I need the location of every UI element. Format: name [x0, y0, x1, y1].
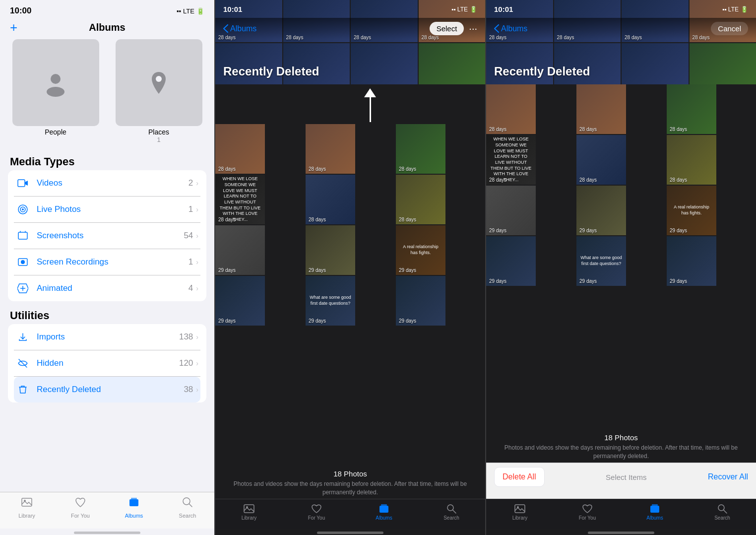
- select-button-2[interactable]: Select: [430, 22, 464, 35]
- screen-recordings-icon: [16, 255, 30, 269]
- phone-albums-icon-3: [649, 503, 660, 514]
- home-indicator-3: [588, 532, 654, 534]
- live-photos-count: 1: [189, 204, 193, 214]
- photo-cell-3-3[interactable]: 28 days: [667, 84, 716, 134]
- hidden-chevron: ›: [196, 359, 198, 367]
- back-chevron-icon-2: [223, 24, 228, 33]
- nav-actions-2: Select ···: [430, 22, 477, 35]
- utilities-list: Imports 138 › Hidden 120 › Recentl: [8, 324, 206, 402]
- photo-cell-3-4[interactable]: WHEN WE LOSE SOMEONE WE LOVE WE MUST LEA…: [486, 135, 536, 185]
- screen-recordings-item[interactable]: Screen Recordings 1 ›: [14, 249, 200, 275]
- status-icons: ▪▪ LTE 🔋: [177, 7, 204, 15]
- photo-footer-2: 18 Photos Photos and videos show the day…: [215, 465, 485, 499]
- places-album[interactable]: Places 1: [111, 39, 206, 143]
- recently-deleted-panel-3: 10:01 ▪▪ LTE 🔋 28 days 28 days 28 days 2…: [485, 0, 756, 535]
- animated-item[interactable]: Animated 4 ›: [14, 275, 200, 301]
- photo-cell-3-2[interactable]: 28 days: [576, 84, 626, 134]
- tab-library[interactable]: Library: [0, 496, 54, 519]
- photo-cell-2-10[interactable]: 29 days: [215, 276, 265, 326]
- svg-point-1: [47, 87, 64, 97]
- phone-battery-3: 🔋: [741, 6, 748, 13]
- photo-cell-2-1[interactable]: 28 days: [215, 124, 265, 174]
- photo-cell-3-12[interactable]: 29 days: [667, 236, 716, 286]
- photo-cell-2-2[interactable]: 28 days: [306, 124, 355, 174]
- photo-cell-2-11[interactable]: What are some good first date questions?…: [306, 276, 355, 326]
- animated-chevron: ›: [196, 284, 198, 292]
- phone-tab-foryou-2[interactable]: For You: [283, 503, 350, 521]
- phone-tab-albums-3[interactable]: Albums: [621, 503, 689, 521]
- back-chevron-icon-3: [494, 24, 499, 33]
- phone-tab-albums-2[interactable]: Albums: [350, 503, 418, 521]
- phone-tab-search-3[interactable]: Search: [689, 503, 756, 521]
- svg-rect-18: [129, 499, 138, 506]
- photo-cell-3-9[interactable]: A real relationship has fights. 29 days: [667, 186, 716, 235]
- home-indicator-2: [317, 532, 383, 534]
- recently-deleted-item[interactable]: Recently Deleted 38 ›: [14, 377, 200, 402]
- phone-tab-library-2[interactable]: Library: [215, 503, 283, 521]
- people-album[interactable]: People: [8, 39, 103, 143]
- photo-cell-3-5[interactable]: 28 days: [576, 135, 626, 185]
- tab-for-you[interactable]: For You: [54, 496, 107, 519]
- phone-tab-albums-label-2: Albums: [376, 515, 392, 521]
- more-button-2[interactable]: ···: [469, 23, 477, 34]
- photo-cell-2-8[interactable]: 29 days: [306, 225, 355, 275]
- arrow-tooltip-container: [215, 84, 485, 124]
- back-button-2[interactable]: Albums: [223, 24, 256, 33]
- tab-search[interactable]: Search: [161, 496, 214, 519]
- albums-scroll[interactable]: People Places 1 Media Types: [0, 39, 214, 492]
- photo-cell-3-11[interactable]: What are some good first date questions?…: [576, 236, 626, 286]
- places-count: 1: [157, 136, 160, 143]
- photo-count-2: 18 Photos: [223, 469, 477, 478]
- photo-cell-3-6[interactable]: 28 days: [667, 135, 716, 185]
- imports-item[interactable]: Imports 138 ›: [14, 324, 200, 350]
- screen-recordings-label: Screen Recordings: [37, 257, 189, 267]
- live-photos-item[interactable]: Live Photos 1 ›: [14, 197, 200, 223]
- imports-count: 138: [179, 332, 193, 342]
- photo-cell-3-1[interactable]: 28 days: [486, 84, 536, 134]
- photo-cell-2-6[interactable]: 28 days: [396, 175, 445, 224]
- library-tab-icon: [21, 496, 33, 511]
- photo-cell-2-5[interactable]: 28 days: [306, 175, 355, 224]
- hidden-item[interactable]: Hidden 120 ›: [14, 350, 200, 377]
- search-tab-label: Search: [179, 513, 196, 519]
- places-label: Places: [148, 128, 169, 136]
- places-icon: [144, 68, 174, 98]
- photo-cell-2-4[interactable]: WHEN WE LOSE SOMEONE WE LOVE WE MUST LEA…: [215, 175, 265, 224]
- screenshots-item[interactable]: Screenshots 54 ›: [14, 223, 200, 249]
- hidden-count: 120: [179, 358, 193, 368]
- photo-count-3: 18 Photos: [494, 433, 748, 442]
- phone-tab-bar-3: Library For You Albums Search: [486, 499, 756, 529]
- phone-tab-search-2[interactable]: Search: [418, 503, 485, 521]
- photo-cell-2-12[interactable]: 29 days: [396, 276, 445, 326]
- tab-albums[interactable]: Albums: [107, 496, 161, 519]
- photo-cell-3-10[interactable]: 29 days: [486, 236, 536, 286]
- recover-all-button[interactable]: Recover All: [708, 472, 748, 481]
- people-icon: [41, 68, 70, 98]
- screenshots-icon: [16, 229, 30, 243]
- svg-point-29: [517, 506, 519, 508]
- videos-count: 2: [189, 178, 193, 188]
- back-button-3[interactable]: Albums: [494, 24, 527, 33]
- photo-cell-2-7[interactable]: 29 days: [215, 225, 265, 275]
- phone-tab-foryou-3[interactable]: For You: [554, 503, 621, 521]
- cancel-button-3[interactable]: Cancel: [711, 22, 748, 35]
- photo-cell-2-3[interactable]: 28 days: [396, 124, 445, 174]
- svg-line-21: [189, 504, 192, 507]
- albums-panel: 10:00 ▪▪ LTE 🔋 + Albums People: [0, 0, 214, 535]
- imports-label: Imports: [37, 332, 179, 342]
- add-album-button[interactable]: +: [10, 20, 17, 35]
- albums-tab-icon: [128, 496, 140, 511]
- delete-all-button[interactable]: Delete All: [494, 467, 545, 487]
- phone-tab-search-label-2: Search: [443, 515, 459, 521]
- photo-cell-2-9[interactable]: A real relationship has fights. 29 days: [396, 225, 445, 275]
- photo-cell-3-8[interactable]: 29 days: [576, 186, 626, 235]
- phone-tab-library-3[interactable]: Library: [486, 503, 554, 521]
- videos-chevron: ›: [196, 179, 198, 187]
- svg-point-2: [156, 76, 162, 82]
- videos-item[interactable]: Videos 2 ›: [14, 170, 200, 197]
- photo-info-2: Photos and videos show the days remainin…: [223, 480, 477, 497]
- photo-cell-3-7[interactable]: 29 days: [486, 186, 536, 235]
- videos-label: Videos: [37, 178, 189, 188]
- svg-point-0: [51, 74, 61, 84]
- for-you-tab-icon: [74, 496, 86, 511]
